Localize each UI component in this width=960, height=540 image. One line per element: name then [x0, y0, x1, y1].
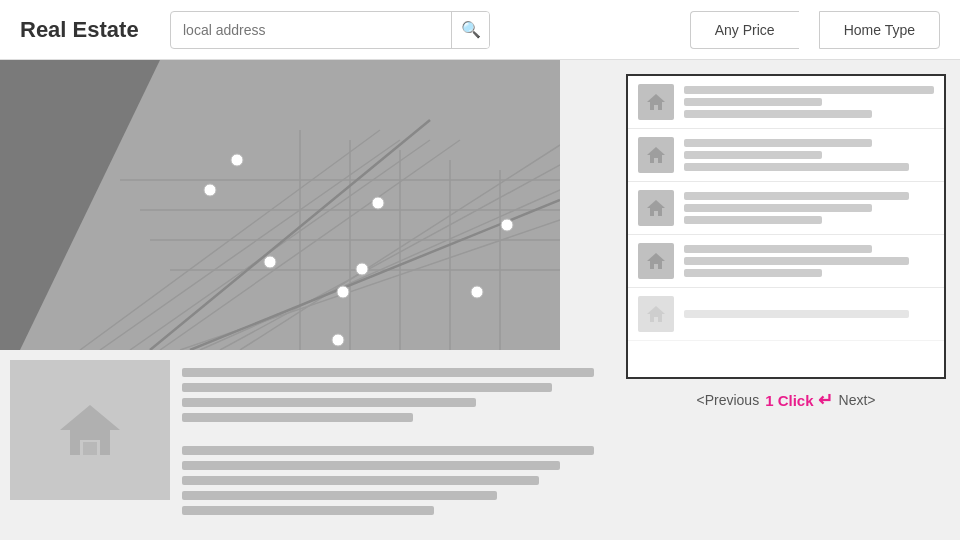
type-filter-button[interactable]: Home Type [819, 11, 940, 49]
listing-text-4 [684, 245, 934, 277]
home-icon [645, 144, 667, 166]
svg-point-27 [356, 263, 368, 275]
listing-text-5 [684, 310, 934, 318]
svg-marker-36 [647, 147, 665, 163]
svg-point-23 [204, 184, 216, 196]
detail-line-4 [182, 413, 413, 422]
svg-point-28 [471, 286, 483, 298]
svg-point-22 [231, 154, 243, 166]
list-item[interactable] [628, 76, 944, 129]
main-content: <Previous 1 Click ↵ Next> [0, 60, 960, 540]
click-label: 1 Click [765, 392, 813, 409]
list-item[interactable] [628, 235, 944, 288]
app-title: Real Estate [20, 17, 150, 43]
svg-marker-35 [647, 94, 665, 110]
detail-line-8 [182, 491, 497, 500]
detail-card [0, 350, 612, 540]
header: Real Estate 🔍 Any Price Home Type [0, 0, 960, 60]
home-icon [645, 250, 667, 272]
listing-text-2 [684, 139, 934, 171]
detail-home-icon [55, 395, 125, 465]
svg-marker-38 [647, 253, 665, 269]
listing-text-1 [684, 86, 934, 118]
map-container[interactable] [0, 60, 560, 350]
svg-point-30 [332, 334, 344, 346]
detail-line-9 [182, 506, 434, 515]
list-item[interactable] [628, 129, 944, 182]
listing-list [628, 76, 944, 377]
svg-point-24 [372, 197, 384, 209]
svg-rect-34 [83, 442, 97, 455]
listing-text-3 [684, 192, 934, 224]
click-arrow-icon: ↵ [818, 389, 833, 411]
detail-text-lines [182, 360, 602, 530]
listing-home-icon-1 [638, 84, 674, 120]
next-button[interactable]: Next> [839, 392, 876, 408]
search-input[interactable] [171, 22, 451, 38]
previous-button[interactable]: <Previous [697, 392, 760, 408]
detail-thumbnail [10, 360, 170, 500]
listing-home-icon-4 [638, 243, 674, 279]
pagination-click-indicator: 1 Click ↵ [765, 389, 832, 411]
svg-point-29 [337, 286, 349, 298]
listing-home-icon-2 [638, 137, 674, 173]
detail-line-5 [182, 446, 594, 455]
search-button[interactable]: 🔍 [451, 11, 489, 49]
map-svg [0, 60, 560, 350]
detail-line-3 [182, 398, 476, 407]
svg-marker-39 [647, 306, 665, 322]
pagination: <Previous 1 Click ↵ Next> [697, 379, 876, 421]
home-icon [645, 303, 667, 325]
price-filter-button[interactable]: Any Price [690, 11, 799, 49]
home-icon [645, 91, 667, 113]
listing-home-icon-3 [638, 190, 674, 226]
search-bar: 🔍 [170, 11, 490, 49]
listings-panel [626, 74, 946, 379]
listing-home-icon-5 [638, 296, 674, 332]
svg-marker-37 [647, 200, 665, 216]
detail-line-2 [182, 383, 552, 392]
detail-line-1 [182, 368, 594, 377]
svg-point-26 [264, 256, 276, 268]
left-panel [0, 60, 612, 540]
detail-line-6 [182, 461, 560, 470]
svg-point-25 [501, 219, 513, 231]
list-item[interactable] [628, 182, 944, 235]
detail-line-7 [182, 476, 539, 485]
list-item[interactable] [628, 288, 944, 341]
home-icon [645, 197, 667, 219]
